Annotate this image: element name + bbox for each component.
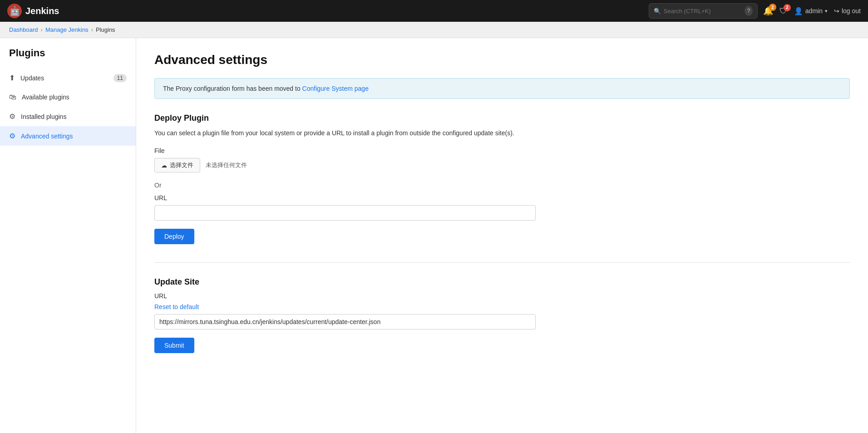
- layout: Plugins ⬆ Updates 11 🛍 Available plugins…: [0, 38, 868, 433]
- reset-to-default-link[interactable]: Reset to default: [154, 303, 199, 310]
- sidebar-item-advanced-label: Advanced settings: [21, 133, 127, 140]
- file-label: File: [154, 147, 850, 154]
- submit-button[interactable]: Submit: [154, 338, 194, 353]
- file-upload-row: ☁ 选择文件 未选择任何文件: [154, 158, 850, 172]
- security-button[interactable]: 🛡 2: [779, 6, 788, 16]
- header-actions: 🔔 2 🛡 2 👤 admin ▾ ↪ log out: [763, 6, 861, 16]
- update-site-title: Update Site: [154, 277, 850, 287]
- chevron-down-icon: ▾: [825, 8, 828, 14]
- sidebar-item-installed[interactable]: ⚙ Installed plugins: [0, 107, 136, 126]
- jenkins-logo[interactable]: 🤖 Jenkins: [7, 4, 59, 18]
- deploy-button[interactable]: Deploy: [154, 229, 194, 244]
- breadcrumb-manage-jenkins[interactable]: Manage Jenkins: [45, 26, 89, 33]
- logout-label: log out: [842, 7, 861, 15]
- breadcrumb-dashboard[interactable]: Dashboard: [9, 26, 38, 33]
- logout-button[interactable]: ↪ log out: [834, 7, 861, 15]
- search-bar[interactable]: 🔍 ?: [649, 3, 758, 19]
- sidebar-item-available[interactable]: 🛍 Available plugins: [0, 88, 136, 107]
- sidebar-item-installed-label: Installed plugins: [21, 113, 127, 120]
- advanced-icon: ⚙: [9, 132, 15, 140]
- search-help-button[interactable]: ?: [745, 6, 752, 16]
- sidebar-item-available-label: Available plugins: [22, 93, 127, 101]
- main-content: Advanced settings The Proxy configuratio…: [136, 38, 868, 433]
- logo-text: Jenkins: [25, 6, 59, 16]
- configure-system-link[interactable]: Configure System page: [302, 85, 369, 92]
- sidebar-title: Plugins: [0, 47, 136, 68]
- file-upload-button[interactable]: ☁ 选择文件: [154, 158, 200, 172]
- notifications-button[interactable]: 🔔 2: [763, 6, 773, 16]
- user-label: admin: [805, 7, 823, 15]
- info-banner-text: The Proxy configuration form has been mo…: [163, 85, 302, 92]
- or-label: Or: [154, 182, 850, 189]
- deploy-plugin-desc: You can select a plugin file from your l…: [154, 128, 850, 138]
- updates-badge: 11: [113, 74, 127, 82]
- available-icon: 🛍: [9, 93, 16, 101]
- search-icon: 🔍: [654, 8, 661, 15]
- deploy-plugin-title: Deploy Plugin: [154, 113, 850, 123]
- security-badge: 2: [784, 4, 791, 11]
- update-site-url-input[interactable]: [154, 314, 536, 330]
- updates-icon: ⬆: [9, 74, 15, 82]
- header: 🤖 Jenkins 🔍 ? 🔔 2 🛡 2 👤 admin ▾ ↪ log ou…: [0, 0, 868, 22]
- page-title: Advanced settings: [154, 53, 850, 67]
- notifications-badge: 2: [769, 4, 776, 11]
- sidebar: Plugins ⬆ Updates 11 🛍 Available plugins…: [0, 38, 136, 433]
- installed-icon: ⚙: [9, 112, 15, 121]
- logout-icon: ↪: [834, 7, 839, 15]
- url-label-deploy: URL: [154, 194, 850, 202]
- search-input[interactable]: [664, 8, 742, 15]
- user-menu[interactable]: 👤 admin ▾: [794, 7, 828, 15]
- sidebar-item-advanced[interactable]: ⚙ Advanced settings: [0, 126, 136, 146]
- update-site-section: Update Site URL Reset to default Submit: [154, 277, 850, 353]
- deploy-plugin-section: Deploy Plugin You can select a plugin fi…: [154, 113, 850, 244]
- sidebar-item-updates[interactable]: ⬆ Updates 11: [0, 68, 136, 88]
- breadcrumb-sep-2: ›: [91, 26, 93, 33]
- deploy-url-input[interactable]: [154, 205, 536, 221]
- sidebar-item-updates-label: Updates: [20, 74, 108, 82]
- info-banner: The Proxy configuration form has been mo…: [154, 78, 850, 99]
- user-icon: 👤: [794, 7, 803, 15]
- section-divider: [154, 262, 850, 263]
- file-upload-btn-label: 选择文件: [170, 161, 193, 169]
- breadcrumb-sep-1: ›: [41, 26, 43, 33]
- upload-icon: ☁: [161, 162, 167, 169]
- file-none-label: 未选择任何文件: [206, 161, 247, 169]
- logo-icon: 🤖: [7, 4, 22, 18]
- breadcrumb-current: Plugins: [96, 26, 115, 33]
- breadcrumb: Dashboard › Manage Jenkins › Plugins: [0, 22, 868, 38]
- update-url-label: URL: [154, 292, 850, 300]
